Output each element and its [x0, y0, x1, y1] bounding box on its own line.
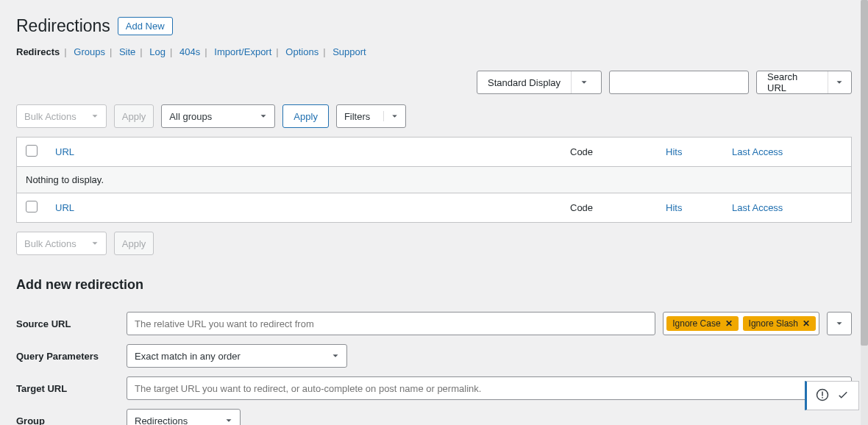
- toolbar: Standard Display Search URL: [16, 71, 852, 94]
- apply-button-top[interactable]: Apply: [114, 104, 154, 128]
- bulk-actions-select[interactable]: Bulk Actions: [16, 104, 107, 128]
- table-controls-top: Bulk Actions Apply All groups Apply Filt…: [16, 104, 852, 128]
- close-icon[interactable]: ✕: [803, 318, 810, 329]
- group-label: Group: [16, 404, 127, 425]
- table-header-row: URL Code Hits Last Access: [17, 138, 852, 167]
- chevron-down-icon[interactable]: [828, 71, 851, 93]
- target-url-label: Target URL: [16, 372, 127, 404]
- select-all-checkbox-bottom[interactable]: [26, 201, 38, 213]
- tab-import-export[interactable]: Import/Export: [214, 46, 271, 57]
- col-hits[interactable]: Hits: [657, 138, 723, 167]
- chevron-down-icon: [383, 111, 405, 121]
- tag-ignore-slash[interactable]: Ignore Slash ✕: [743, 316, 816, 331]
- page-title: Redirections: [16, 16, 110, 36]
- tab-log[interactable]: Log: [149, 46, 166, 57]
- query-params-select[interactable]: Exact match in any order: [127, 344, 347, 368]
- source-url-label: Source URL: [16, 307, 127, 340]
- search-input[interactable]: [610, 71, 748, 93]
- tab-support[interactable]: Support: [332, 46, 366, 57]
- redirect-form: Source URL Ignore Case ✕ Ignore Slash ✕: [16, 307, 852, 425]
- add-new-button[interactable]: Add New: [118, 17, 173, 35]
- tab-redirects[interactable]: Redirects: [16, 46, 60, 57]
- groups-filter-select[interactable]: All groups: [161, 104, 275, 128]
- svg-rect-2: [822, 397, 823, 399]
- query-params-label: Query Parameters: [16, 340, 127, 372]
- col-hits-foot[interactable]: Hits: [657, 193, 723, 223]
- chevron-down-icon: [218, 415, 240, 425]
- tab-groups[interactable]: Groups: [74, 46, 105, 57]
- tab-site[interactable]: Site: [119, 46, 135, 57]
- col-last-access-foot[interactable]: Last Access: [723, 193, 852, 223]
- search-url-select[interactable]: Search URL: [756, 71, 852, 94]
- apply-filter-button[interactable]: Apply: [282, 104, 329, 128]
- source-url-input[interactable]: [127, 312, 655, 335]
- section-title: Add new redirection: [16, 277, 852, 293]
- tag-ignore-case[interactable]: Ignore Case ✕: [666, 316, 738, 331]
- redirects-table: URL Code Hits Last Access Nothing to dis…: [16, 137, 852, 223]
- close-icon[interactable]: ✕: [725, 318, 733, 329]
- tabs: Redirects| Groups| Site| Log| 404s| Impo…: [16, 46, 852, 57]
- apply-button-bottom[interactable]: Apply: [114, 232, 154, 255]
- search-input-box[interactable]: [609, 71, 749, 94]
- chevron-down-icon: [84, 111, 106, 121]
- col-code-foot: Code: [561, 193, 657, 223]
- col-url[interactable]: URL: [46, 138, 561, 167]
- status-toast[interactable]: [805, 381, 859, 410]
- page: Redirections Add New Redirects| Groups| …: [0, 0, 868, 425]
- chevron-down-icon: [324, 351, 346, 361]
- alert-icon: [816, 388, 829, 404]
- search-url-label: Search URL: [757, 71, 828, 93]
- chevron-down-icon[interactable]: [571, 71, 596, 93]
- empty-text: Nothing to display.: [17, 167, 852, 193]
- check-icon: [836, 388, 850, 404]
- table-controls-bottom: Bulk Actions Apply: [16, 232, 852, 255]
- svg-rect-1: [822, 391, 823, 396]
- page-header: Redirections Add New: [16, 7, 852, 36]
- table-empty-row: Nothing to display.: [17, 167, 852, 193]
- display-select[interactable]: Standard Display: [477, 71, 602, 94]
- tab-options[interactable]: Options: [285, 46, 319, 57]
- scrollbar-thumb[interactable]: [861, 0, 868, 346]
- col-code: Code: [561, 138, 657, 167]
- display-select-label: Standard Display: [477, 71, 571, 93]
- col-last-access[interactable]: Last Access: [723, 138, 852, 167]
- bulk-actions-select-bottom[interactable]: Bulk Actions: [16, 232, 107, 255]
- source-flags-box: Ignore Case ✕ Ignore Slash ✕: [663, 312, 819, 335]
- source-flags-dropdown[interactable]: [827, 312, 852, 335]
- target-url-input[interactable]: [127, 376, 852, 400]
- select-all-checkbox[interactable]: [26, 145, 38, 157]
- group-select[interactable]: Redirections: [127, 409, 241, 425]
- col-url-foot[interactable]: URL: [46, 193, 561, 223]
- filters-select[interactable]: Filters: [336, 104, 406, 128]
- chevron-down-icon: [252, 111, 274, 121]
- chevron-down-icon: [84, 238, 106, 249]
- tab-404s[interactable]: 404s: [179, 46, 200, 57]
- table-footer-row: URL Code Hits Last Access: [17, 193, 852, 223]
